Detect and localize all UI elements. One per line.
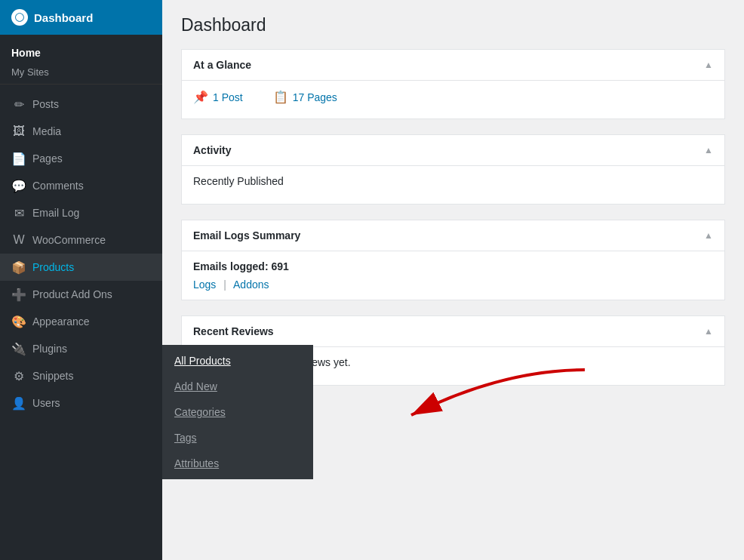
sidebar-home-section: Home My Sites	[0, 35, 162, 85]
sidebar-item-email-log[interactable]: ✉Email Log	[0, 199, 162, 226]
flyout-item-attributes[interactable]: Attributes	[162, 451, 313, 476]
sidebar-item-plugins[interactable]: 🔌Plugins	[0, 335, 162, 362]
comments-label: Comments	[32, 180, 84, 192]
flyout-item-add-new[interactable]: Add New	[162, 374, 313, 399]
activity-header: Activity ▲	[182, 135, 724, 166]
appearance-icon: 🎨	[11, 314, 26, 329]
woocommerce-icon: W	[11, 232, 26, 248]
woocommerce-label: WooCommerce	[32, 234, 106, 246]
products-label: Products	[32, 261, 74, 273]
pages-icon: 📄	[11, 151, 26, 166]
logs-link[interactable]: Logs	[193, 278, 216, 291]
users-icon: 👤	[11, 395, 26, 411]
posts-label: Posts	[32, 98, 59, 110]
email-logs-header: Email Logs Summary ▲	[182, 220, 724, 251]
sidebar-nav: ✏Posts🖼Media📄Pages💬Comments✉Email LogWWo…	[0, 85, 162, 423]
sidebar-item-comments[interactable]: 💬Comments	[0, 172, 162, 199]
email-log-icon: ✉	[11, 205, 26, 220]
snippets-label: Snippets	[32, 370, 73, 382]
sidebar-item-snippets[interactable]: ⚙Snippets	[0, 362, 162, 389]
at-a-glance-header: At a Glance ▲	[182, 50, 724, 81]
sidebar-item-appearance[interactable]: 🎨Appearance	[0, 308, 162, 335]
addons-link[interactable]: Addons	[233, 278, 269, 291]
post-count: 1 Post	[213, 91, 243, 103]
wp-logo	[11, 9, 28, 26]
plugins-label: Plugins	[32, 343, 67, 355]
email-logs-toggle[interactable]: ▲	[704, 230, 713, 241]
plugins-icon: 🔌	[11, 341, 26, 356]
page-count-item[interactable]: 📋 17 Pages	[273, 90, 337, 104]
media-icon: 🖼	[11, 124, 26, 139]
activity-body: Recently Published	[182, 166, 724, 204]
at-a-glance-row: 📌 1 Post 📋 17 Pages	[193, 90, 713, 104]
sidebar-item-home[interactable]: Home	[0, 42, 162, 63]
sidebar-item-product-add-ons[interactable]: ➕Product Add Ons	[0, 281, 162, 308]
sidebar-item-pages[interactable]: 📄Pages	[0, 145, 162, 172]
link-separator: |	[223, 278, 226, 291]
page-count: 17 Pages	[293, 91, 337, 103]
comments-icon: 💬	[11, 178, 26, 193]
products-flyout-menu: All ProductsAdd NewCategoriesTagsAttribu…	[162, 345, 313, 479]
flyout-item-tags[interactable]: Tags	[162, 425, 313, 451]
appearance-label: Appearance	[32, 315, 90, 328]
email-log-label: Email Log	[32, 207, 79, 219]
recently-published: Recently Published	[193, 175, 713, 187]
post-count-item[interactable]: 📌 1 Post	[193, 90, 243, 104]
flyout-item-all-products[interactable]: All Products	[162, 348, 313, 374]
page-title: Dashboard	[181, 15, 725, 35]
email-links: Logs | Addons	[193, 278, 713, 291]
email-logs-body: Emails logged: 691 Logs | Addons	[182, 251, 724, 300]
sidebar-item-mysites[interactable]: My Sites	[0, 63, 162, 81]
sidebar: Dashboard Home My Sites ✏Posts🖼Media📄Pag…	[0, 0, 162, 560]
product-add-ons-label: Product Add Ons	[32, 288, 112, 300]
sidebar-header[interactable]: Dashboard	[0, 0, 162, 35]
sidebar-item-users[interactable]: 👤Users	[0, 389, 162, 417]
posts-icon: ✏	[11, 97, 26, 112]
activity-toggle[interactable]: ▲	[704, 145, 713, 155]
users-label: Users	[32, 397, 60, 409]
emails-logged-text: Emails logged: 691	[193, 260, 713, 272]
at-a-glance-body: 📌 1 Post 📋 17 Pages	[182, 81, 724, 118]
sidebar-item-woocommerce[interactable]: WWooCommerce	[0, 226, 162, 254]
sidebar-item-media[interactable]: 🖼Media	[0, 118, 162, 145]
recent-reviews-header: Recent Reviews ▲	[182, 316, 724, 347]
media-label: Media	[32, 125, 61, 137]
email-logs-widget: Email Logs Summary ▲ Emails logged: 691 …	[181, 220, 725, 300]
product-add-ons-icon: ➕	[11, 287, 26, 302]
snippets-icon: ⚙	[11, 368, 26, 383]
at-a-glance-toggle[interactable]: ▲	[704, 60, 713, 70]
products-icon: 📦	[11, 260, 26, 275]
sidebar-item-posts[interactable]: ✏Posts	[0, 91, 162, 118]
recent-reviews-toggle[interactable]: ▲	[704, 326, 713, 337]
page-icon: 📋	[273, 90, 288, 104]
pages-label: Pages	[32, 152, 63, 165]
sidebar-item-products[interactable]: 📦Products	[0, 254, 162, 281]
at-a-glance-widget: At a Glance ▲ 📌 1 Post 📋 17 Pages	[181, 49, 725, 119]
sidebar-header-title: Dashboard	[34, 11, 93, 24]
post-icon: 📌	[193, 90, 208, 104]
activity-widget: Activity ▲ Recently Published	[181, 134, 725, 205]
flyout-item-categories[interactable]: Categories	[162, 399, 313, 425]
